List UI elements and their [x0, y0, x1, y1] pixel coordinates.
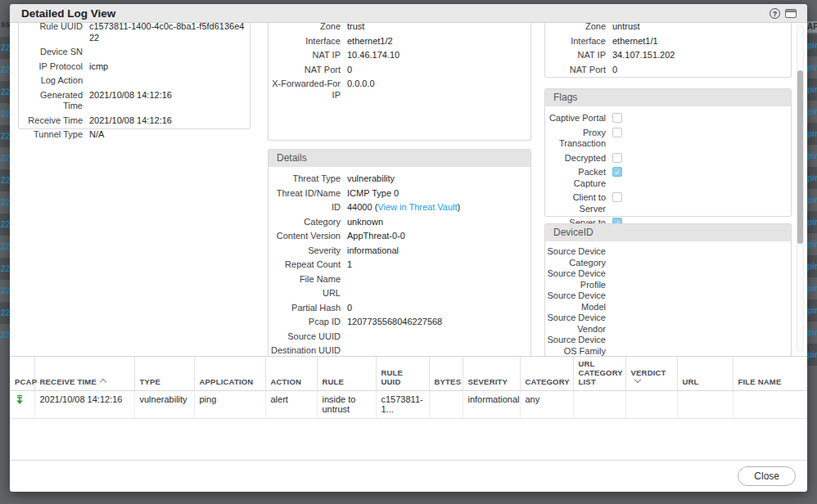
close-button[interactable]: Close	[738, 466, 796, 486]
column-header-rule-uuid[interactable]: RULE UUID	[376, 357, 429, 390]
background-row-fragment: ping	[806, 189, 817, 211]
column-header-type[interactable]: TYPE	[134, 357, 194, 390]
background-row-fragment: ping	[806, 255, 817, 277]
field-row: NAT IP34.107.151.202	[545, 48, 791, 63]
flag-label: Proxy Transaction	[545, 128, 612, 150]
field-label: Severity	[269, 245, 347, 257]
field-value: ethernet1/1	[612, 36, 663, 47]
log-detail-scroll-area: Rule UUIDc1573811-1400-4c0c-8ba1-f5fd613…	[10, 23, 807, 356]
column-header-severity[interactable]: SEVERITY	[463, 357, 520, 390]
table-cell: 2021/10/08 14:12:16	[34, 390, 134, 418]
background-row-fragment: ping	[806, 79, 817, 101]
field-row: URL	[269, 286, 530, 301]
field-value: ICMP Type 0	[347, 188, 404, 200]
column-header-rule[interactable]: RULE	[317, 357, 376, 390]
table-cell: vulnerability	[134, 390, 194, 418]
field-value: 0	[347, 303, 357, 314]
field-label: Source UUID	[269, 331, 347, 343]
field-value: 1207735568046227568	[347, 317, 447, 328]
field-value: AppThreat-0-0	[347, 231, 410, 242]
table-cell: c1573811-1...	[376, 390, 429, 418]
column-header-label: RECEIVE TIME	[40, 377, 97, 386]
flag-label: Client to Server	[545, 192, 612, 214]
column-header-label: RULE	[323, 377, 345, 386]
column-header-label: CATEGORY	[526, 377, 570, 386]
field-row: Rule UUIDc1573811-1400-4c0c-8ba1-f5fd613…	[19, 23, 250, 45]
checkbox-checked-icon: ✓	[612, 167, 622, 177]
field-value: vulnerability	[347, 173, 399, 185]
checkbox-unchecked-icon	[612, 128, 622, 137]
column-header-url-category-list[interactable]: URL CATEGORY LIST	[573, 357, 625, 390]
threat-vault-link[interactable]: View in Threat Vault	[377, 202, 457, 212]
column-header-verdict[interactable]: VERDICT	[625, 357, 677, 390]
window-icon[interactable]	[785, 9, 797, 18]
field-row: Threat Typevulnerability	[269, 172, 530, 187]
scrollbar-track[interactable]	[797, 25, 804, 353]
table-cell	[625, 390, 677, 418]
detailed-log-view-dialog: Detailed Log View ? Rule UUIDc1573811-14…	[10, 4, 807, 492]
field-row: Partial Hash0	[269, 301, 530, 316]
column-header-label: ACTION	[271, 377, 302, 386]
checkbox-unchecked-icon	[612, 113, 622, 123]
log-table-row[interactable]: 2021/10/08 14:12:16vulnerabilitypingaler…	[10, 390, 807, 418]
column-header-action[interactable]: ACTION	[265, 357, 317, 390]
field-row: Content VersionAppThreat-0-0	[269, 229, 530, 244]
field-row: ID44000 (View in Threat Vault)	[269, 200, 530, 215]
field-label: Log Action	[19, 75, 89, 87]
field-value: N/A	[89, 129, 109, 141]
background-row-fragment: ping	[806, 344, 817, 366]
field-label: Source Device Profile	[545, 268, 612, 290]
field-row: Device SN	[19, 45, 250, 60]
field-label: IP Protocol	[19, 61, 89, 73]
table-cell: inside to untrust	[317, 390, 376, 418]
column-header-label: URL	[683, 377, 699, 386]
column-header-application[interactable]: APPLICATION	[194, 357, 265, 390]
general-panel: Rule UUIDc1573811-1400-4c0c-8ba1-f5fd613…	[18, 23, 251, 129]
scrollbar-thumb[interactable]	[797, 70, 803, 244]
column-header-category[interactable]: CATEGORY	[520, 357, 573, 390]
table-cell	[10, 390, 34, 418]
flags-panel: Flags Captive PortalProxy TransactionDec…	[544, 88, 792, 217]
background-row-fragment: ping	[806, 145, 817, 167]
column-header-file-name[interactable]: FILE NAME	[733, 357, 807, 390]
background-row-fragment: ping	[806, 101, 817, 123]
help-icon[interactable]: ?	[770, 8, 780, 19]
field-row: Categoryunknown	[269, 215, 530, 230]
field-row: NAT Port0	[545, 63, 791, 78]
flags-panel-header: Flags	[545, 89, 791, 106]
field-label: Receive Time	[19, 115, 89, 127]
column-header-url[interactable]: URL	[677, 357, 733, 390]
field-label: Interface	[269, 36, 347, 47]
dialog-titlebar: Detailed Log View ?	[10, 4, 807, 23]
field-row: Repeat Count1	[269, 258, 530, 272]
column-header-label: APPLICATION	[200, 377, 254, 386]
field-label: Category	[269, 217, 347, 228]
column-header-bytes[interactable]: BYTES	[429, 357, 463, 390]
field-row: Threat ID/NameICMP Type 0	[269, 187, 530, 201]
field-row: Pcap ID1207735568046227568	[269, 315, 530, 330]
log-table: PCAPRECEIVE TIMETYPEAPPLICATIONACTIONRUL…	[10, 356, 807, 419]
field-label: Destination UUID	[269, 345, 347, 356]
flag-row: Packet Capture✓	[545, 165, 791, 191]
field-label: NAT IP	[545, 50, 612, 61]
background-row-fragment: ping	[806, 34, 817, 56]
field-value: 1	[347, 259, 357, 271]
field-row: Zoneuntrust	[545, 23, 791, 34]
column-header-label: FILE NAME	[738, 377, 782, 386]
column-header-pcap[interactable]: PCAP	[10, 357, 34, 390]
field-value: 0	[347, 65, 357, 76]
pcap-download-icon[interactable]	[15, 394, 25, 406]
field-row: Interfaceethernet1/1	[545, 34, 791, 49]
column-header-receive-time[interactable]: RECEIVE TIME	[34, 357, 134, 390]
column-header-label: TYPE	[140, 377, 161, 386]
field-row: Receive Time2021/10/08 14:12:16	[19, 114, 250, 128]
field-value: unknown	[347, 217, 388, 228]
field-row: Source Device Vendor	[545, 313, 791, 335]
field-value: 10.46.174.10	[347, 50, 404, 61]
field-label: Device SN	[19, 47, 89, 58]
column-header-label: PCAP	[15, 377, 37, 386]
field-row: Generated Time2021/10/08 14:12:16	[19, 88, 250, 114]
table-cell: informational	[463, 390, 520, 418]
background-column-header-fragment: AP	[806, 21, 817, 33]
table-cell: alert	[265, 390, 317, 418]
